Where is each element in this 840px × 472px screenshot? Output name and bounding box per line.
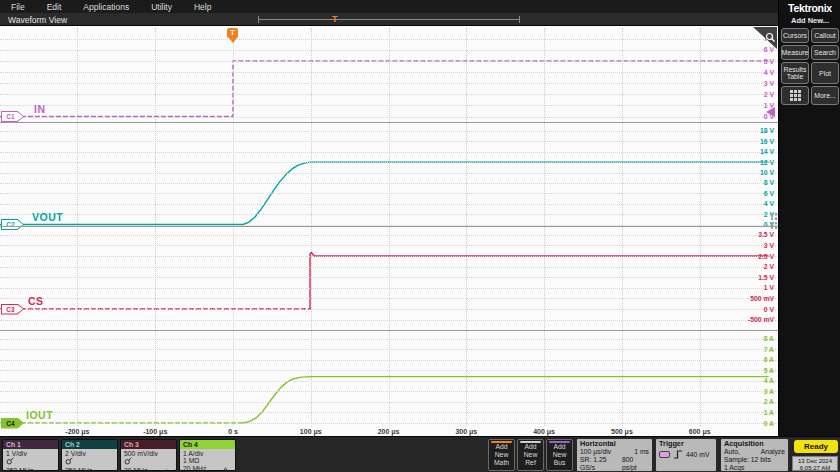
trigger-source-chip bbox=[659, 451, 670, 458]
resolution: 800 ps/pt bbox=[622, 456, 649, 472]
level-gridline bbox=[0, 214, 778, 215]
rising-edge-icon bbox=[673, 450, 683, 459]
add-new-color-stripe bbox=[520, 441, 541, 443]
add-new-bus-button[interactable]: AddNewBus bbox=[546, 439, 573, 471]
channel-badge-label: C2 bbox=[1, 219, 20, 230]
add-new-math-button[interactable]: AddNewMath bbox=[488, 439, 515, 471]
time-text: 6:05:27 AM bbox=[793, 465, 837, 472]
channel-bandwidth: 20 MHz bbox=[183, 465, 233, 471]
channel-settings-badge-ch1[interactable]: Ch 11 V/div350 MHz bbox=[2, 439, 59, 471]
bottom-bar: Ch 11 V/div350 MHzCh 22 V/div350 MHzCh 3… bbox=[0, 436, 840, 472]
level-gridline bbox=[0, 320, 778, 321]
horizontal-title: Horizontal bbox=[580, 440, 649, 448]
level-gridline bbox=[0, 105, 778, 106]
menu-applications[interactable]: Applications bbox=[72, 2, 140, 12]
level-gridline bbox=[0, 183, 778, 184]
slice-separator bbox=[0, 330, 778, 331]
sidebar-button-grid-keypad-icon[interactable] bbox=[781, 86, 809, 105]
channel-badge-body: 2 V/div350 MHz bbox=[62, 449, 117, 471]
level-gridline bbox=[0, 349, 778, 350]
scale-label-c1: 2 V bbox=[726, 91, 774, 98]
level-gridline bbox=[0, 402, 778, 403]
level-gridline bbox=[0, 83, 778, 84]
bw-limit-wrap bbox=[223, 465, 232, 471]
horizontal-position-minimap[interactable]: T bbox=[258, 13, 520, 26]
scroll-grip-handle[interactable] bbox=[770, 212, 778, 230]
bw-limit-wrap bbox=[164, 467, 173, 471]
add-new-label-line: Bus bbox=[547, 459, 572, 467]
level-gridline bbox=[0, 117, 778, 118]
minimap-trigger-icon[interactable]: T bbox=[332, 13, 338, 25]
sidebar-button-more-[interactable]: More... bbox=[811, 86, 839, 105]
level-gridline bbox=[0, 193, 778, 194]
level-gridline bbox=[0, 370, 778, 371]
channel-settings-badge-ch2[interactable]: Ch 22 V/div350 MHz bbox=[61, 439, 118, 471]
scale-label-c4: 4 A bbox=[726, 377, 774, 384]
add-new-label-line: Add bbox=[489, 443, 514, 451]
menu-file[interactable]: File bbox=[0, 2, 36, 12]
sidebar-button-results-table[interactable]: Results Table bbox=[781, 62, 809, 84]
scale-label-c3: 3 V bbox=[726, 242, 774, 249]
scale-label-c4: 2 A bbox=[726, 398, 774, 405]
channel-badge-body: 500 mV/div20 MHz bbox=[121, 449, 176, 471]
level-gridline bbox=[0, 391, 778, 392]
menu-utility[interactable]: Utility bbox=[140, 2, 183, 12]
sidebar-button-callout[interactable]: Callout bbox=[811, 28, 839, 43]
slice-separator bbox=[0, 226, 778, 227]
sidebar-button-measure[interactable]: Measure bbox=[781, 45, 809, 60]
scale-label-c3: 500 mV bbox=[726, 295, 774, 302]
magnifier-icon bbox=[765, 29, 776, 47]
scale-label-c3: -500 mV bbox=[726, 316, 774, 323]
horizontal-badge[interactable]: Horizontal 100 μs/div 1 ms SR: 1.25 GS/s… bbox=[576, 438, 653, 472]
channel-badge-row: Ch 11 V/div350 MHzCh 22 V/div350 MHzCh 3… bbox=[2, 439, 236, 471]
ready-status-badge: Ready bbox=[794, 440, 838, 453]
channel-badge-header: Ch 4 bbox=[180, 440, 235, 449]
sidebar-button-cursors[interactable]: Cursors bbox=[781, 28, 809, 43]
add-new-ref-button[interactable]: AddNewRef bbox=[517, 439, 544, 471]
scale-label-c2: 8 V bbox=[726, 179, 774, 186]
level-gridline bbox=[0, 141, 778, 142]
level-gridline bbox=[0, 277, 778, 278]
acquisition-sample: Sample: 12 bits bbox=[724, 456, 785, 464]
trace-label-vout: VOUT bbox=[32, 211, 63, 223]
scale-label-c1: 5 V bbox=[726, 58, 774, 65]
horizontal-scale: 100 μs/div bbox=[580, 448, 611, 456]
horizontal-duration: 1 ms bbox=[634, 448, 649, 456]
channel-settings-badge-ch4[interactable]: Ch 41 A/div1 MΩ20 MHz bbox=[179, 439, 236, 471]
menu-help[interactable]: Help bbox=[183, 2, 222, 12]
trigger-title: Trigger bbox=[659, 440, 713, 448]
level-gridline bbox=[0, 412, 778, 413]
trigger-badge[interactable]: Trigger 440 mV bbox=[655, 438, 717, 472]
acquisition-mode: Auto, bbox=[724, 448, 740, 456]
tab-waveform-view[interactable]: Waveform View bbox=[8, 15, 67, 25]
sidebar: Tektronix Add New... CursorsCalloutMeasu… bbox=[778, 0, 840, 436]
trigger-level-arrow[interactable] bbox=[766, 107, 775, 117]
trace-in bbox=[0, 61, 768, 117]
scale-label-c3: 0 V bbox=[726, 306, 774, 313]
channel-scale: 1 A/div bbox=[183, 450, 233, 457]
scale-label-c3: 2.5 V bbox=[726, 253, 774, 260]
trigger-marker-arrow-icon bbox=[229, 38, 237, 43]
channel-settings-badge-ch3[interactable]: Ch 3500 mV/div20 MHz bbox=[120, 439, 177, 471]
scale-label-c3: 3.5 V bbox=[726, 231, 774, 238]
channel-termination bbox=[65, 457, 115, 466]
channel-bandwidth: 20 MHz bbox=[124, 467, 174, 471]
menu-bar: FileEditApplicationsUtilityHelp bbox=[0, 0, 778, 13]
add-new-label-line: Add bbox=[547, 443, 572, 451]
acquisition-badge[interactable]: Acquisition Auto, Analyze Sample: 12 bit… bbox=[720, 438, 789, 472]
channel-scale: 500 mV/div bbox=[124, 450, 174, 457]
scale-label-c4: 0 A bbox=[726, 420, 774, 427]
probe-icon bbox=[65, 457, 73, 465]
level-gridline bbox=[0, 61, 778, 62]
acquisition-analyze: Analyze bbox=[761, 448, 785, 456]
probe-icon bbox=[6, 457, 14, 465]
menu-edit[interactable]: Edit bbox=[36, 2, 73, 12]
bandwidth-value: 350 MHz bbox=[65, 467, 92, 471]
waveform-display[interactable]: -200 μs-100 μs0 s100 μs200 μs300 μs400 μ… bbox=[0, 26, 778, 436]
level-gridline bbox=[0, 360, 778, 361]
sidebar-button-plot[interactable]: Plot bbox=[811, 62, 839, 84]
sidebar-button-search[interactable]: Search bbox=[811, 45, 839, 60]
trigger-marker-icon[interactable]: T bbox=[227, 28, 238, 38]
bandwidth-value: 20 MHz bbox=[124, 467, 147, 471]
level-gridline bbox=[0, 288, 778, 289]
